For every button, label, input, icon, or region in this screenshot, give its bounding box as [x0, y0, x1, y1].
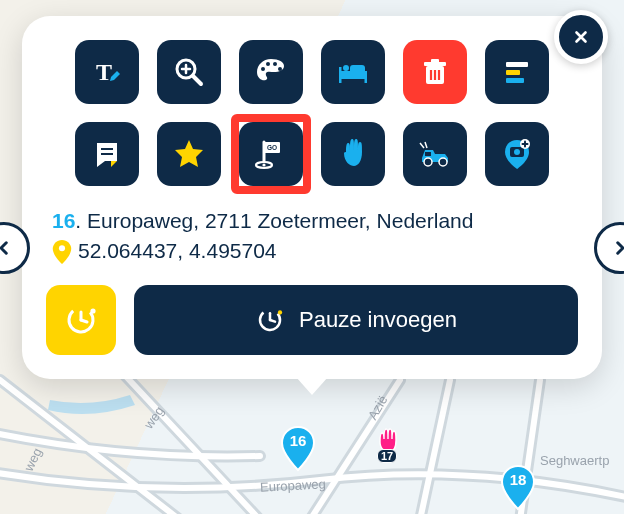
svg-rect-20 — [506, 70, 520, 75]
svg-point-8 — [278, 67, 282, 71]
svg-point-29 — [424, 158, 432, 166]
chevron-left-icon — [0, 239, 13, 257]
chevron-right-icon — [611, 239, 624, 257]
svg-point-6 — [266, 62, 270, 66]
clock-icon — [63, 302, 99, 338]
svg-point-41 — [90, 308, 95, 313]
icon-toolbar: T — [46, 40, 578, 186]
location-pin-icon — [52, 240, 72, 264]
stop-hand-icon — [335, 136, 371, 172]
waypoint-address: Europaweg, 2711 Zoetermeer, Nederland — [87, 209, 473, 232]
star-icon — [171, 136, 207, 172]
zoom-in-icon — [171, 54, 207, 90]
note-button[interactable] — [75, 122, 139, 186]
svg-rect-21 — [506, 78, 524, 83]
go-flag-icon: GO — [253, 136, 289, 172]
waypoint-number: 16 — [52, 209, 75, 232]
map-marker-number: 17 — [377, 449, 397, 463]
svg-text:T: T — [96, 59, 112, 85]
stop-hand-button[interactable] — [321, 122, 385, 186]
svg-line-47 — [270, 320, 275, 322]
close-icon — [572, 28, 590, 46]
svg-point-12 — [343, 65, 349, 71]
map-marker-number: 16 — [290, 432, 307, 449]
waypoint-number-suffix: . — [75, 209, 87, 232]
svg-line-43 — [81, 320, 87, 322]
offroad-button[interactable] — [403, 122, 467, 186]
add-photo-location-button[interactable] — [485, 122, 549, 186]
svg-line-32 — [420, 143, 424, 148]
palette-button[interactable] — [239, 40, 303, 104]
waypoint-coords-line: 52.064437, 4.495704 — [52, 236, 572, 266]
map-marker-16[interactable]: 16 — [280, 426, 316, 472]
svg-point-39 — [59, 245, 65, 251]
svg-rect-9 — [339, 71, 367, 79]
svg-rect-15 — [431, 59, 439, 63]
clock-dashed-icon — [255, 305, 285, 335]
map-marker-number: 18 — [510, 471, 527, 488]
note-icon — [89, 136, 125, 172]
action-row: Pauze invoegen — [46, 285, 578, 355]
segments-icon — [499, 54, 535, 90]
map-marker-18[interactable]: 18 — [500, 465, 536, 511]
text-edit-button[interactable]: T — [75, 40, 139, 104]
svg-point-35 — [514, 149, 520, 155]
add-photo-location-icon — [499, 136, 535, 172]
waypoint-coords: 52.064437, 4.495704 — [78, 236, 277, 266]
trash-icon — [417, 54, 453, 90]
bed-icon — [335, 54, 371, 90]
delete-button[interactable] — [403, 40, 467, 104]
waypoint-address-line: 16. Europaweg, 2711 Zoetermeer, Nederlan… — [52, 206, 572, 236]
svg-line-2 — [193, 76, 201, 84]
favorite-button[interactable] — [157, 122, 221, 186]
svg-point-30 — [439, 158, 447, 166]
text-edit-icon: T — [89, 54, 125, 90]
offroad-truck-icon — [417, 136, 453, 172]
svg-text:GO: GO — [267, 144, 277, 151]
zoom-in-button[interactable] — [157, 40, 221, 104]
palette-icon — [253, 54, 289, 90]
insert-pause-button[interactable]: Pauze invoegen — [134, 285, 578, 355]
svg-rect-10 — [339, 67, 342, 83]
svg-point-7 — [273, 62, 277, 66]
go-flag-button[interactable]: GO — [239, 122, 303, 186]
sleep-button[interactable] — [321, 40, 385, 104]
map-stop-marker-17[interactable]: 17 — [372, 427, 402, 467]
svg-point-45 — [278, 310, 282, 314]
svg-point-5 — [261, 67, 265, 71]
waypoint-meta: 16. Europaweg, 2711 Zoetermeer, Nederlan… — [46, 206, 578, 285]
svg-rect-19 — [506, 62, 528, 67]
waypoint-popover: T — [22, 16, 602, 379]
insert-pause-label: Pauze invoegen — [299, 307, 457, 333]
svg-rect-11 — [365, 71, 368, 83]
close-button[interactable] — [554, 10, 608, 64]
svg-line-33 — [425, 142, 427, 148]
svg-point-28 — [262, 163, 265, 166]
segments-button[interactable] — [485, 40, 549, 104]
set-time-button[interactable] — [46, 285, 116, 355]
svg-rect-31 — [425, 152, 431, 156]
